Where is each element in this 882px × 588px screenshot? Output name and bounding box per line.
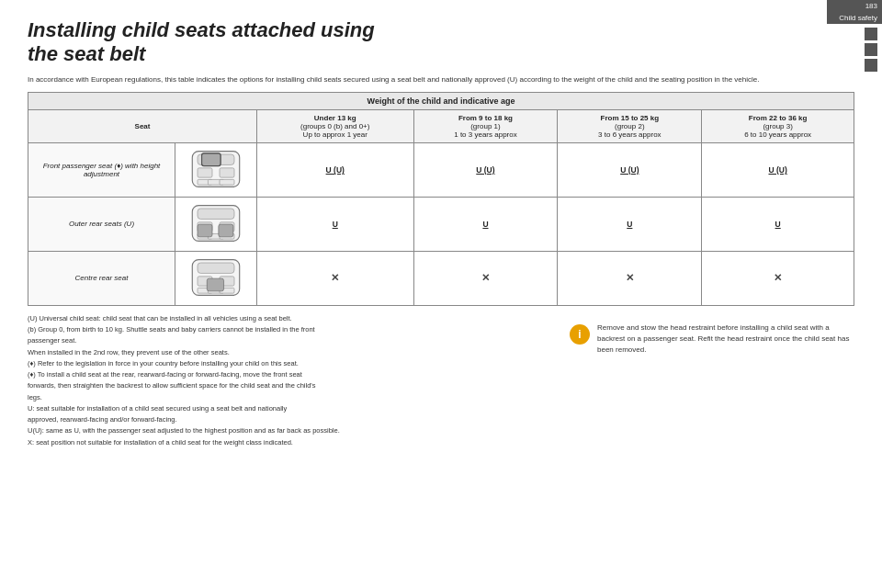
status-cell: U (U) [257, 142, 414, 197]
svg-rect-6 [220, 179, 234, 185]
child-seat-table: Weight of the child and indicative age S… [28, 92, 854, 306]
col3-header: From 15 to 25 kg (group 2) 3 to 6 years … [558, 109, 702, 142]
footnote-line: U: seat suitable for installation of a c… [28, 403, 524, 413]
status-cell: U [702, 197, 854, 251]
title-line1: Installing child seats attached using [28, 18, 375, 41]
page-container: Installing child seats attached using th… [0, 0, 882, 588]
footnote-line: approved, rearward-facing and/or forward… [28, 414, 524, 424]
footnote-line: (b) Group 0, from birth to 10 kg. Shuttl… [28, 324, 524, 334]
warning-box: i Remove and stow the head restraint bef… [565, 318, 854, 360]
footnote-line: legs. [28, 392, 524, 402]
status-cell: ✕ [702, 251, 854, 305]
col4-header: From 22 to 36 kg (group 3) 6 to 10 years… [702, 109, 854, 142]
status-cell: U (U) [702, 142, 854, 197]
svg-rect-25 [207, 278, 223, 291]
seat-name-cell: Centre rear seat [28, 251, 175, 305]
table-header-main: Weight of the child and indicative age [28, 92, 854, 109]
footnote-line: U(U): same as U, with the passenger seat… [28, 425, 524, 435]
seat-name-cell: Front passenger seat (♦) with height adj… [28, 142, 175, 197]
status-cell: U (U) [413, 142, 558, 197]
footnote-line: (U) Universal child seat: child seat tha… [28, 313, 524, 323]
status-cell: U [558, 197, 702, 251]
table-header-sub: Seat Under 13 kg (groups 0 (b) and 0+) U… [28, 109, 854, 142]
table-main-header: Weight of the child and indicative age [28, 92, 854, 109]
footnote-line: (♦) To install a child seat at the rear,… [28, 369, 524, 379]
footnotes: (U) Universal child seat: child seat tha… [28, 313, 524, 448]
svg-rect-19 [198, 263, 234, 273]
status-cell: U [257, 197, 414, 251]
table-row: Outer rear seats (U) UUUU [28, 197, 854, 251]
footnote-line: passenger seat. [28, 335, 524, 345]
footnote-line: forwards, then straighten the backrest t… [28, 380, 524, 390]
col1-header: Under 13 kg (groups 0 (b) and 0+) Up to … [257, 109, 414, 142]
footnote-line: When installed in the 2nd row, they prev… [28, 347, 524, 357]
svg-rect-3 [220, 168, 234, 177]
svg-rect-17 [219, 224, 233, 237]
status-cell: ✕ [413, 251, 558, 305]
status-cell: ✕ [558, 251, 702, 305]
col2-header: From 9 to 18 kg (group 1) 1 to 3 years a… [413, 109, 558, 142]
status-cell: U [413, 197, 558, 251]
footnote-line: X: seat position not suitable for instal… [28, 437, 524, 447]
seat-diagram-cell [175, 197, 257, 251]
title-line2: the seat belt [28, 42, 145, 65]
table-row: Front passenger seat (♦) with height adj… [28, 142, 854, 197]
warning-text: Remove and stow the head restraint befor… [597, 322, 850, 356]
svg-rect-16 [198, 224, 212, 237]
seat-diagram-cell [175, 142, 257, 197]
seat-diagram-cell [175, 251, 257, 305]
seat-name-cell: Outer rear seats (U) [28, 197, 175, 251]
warning-icon: i [570, 324, 590, 345]
table-row: Centre rear seat ✕✕✕✕ [28, 251, 854, 305]
svg-rect-7 [202, 153, 221, 166]
status-cell: U (U) [558, 142, 702, 197]
col-seat-header: Seat [28, 109, 257, 142]
page-title: Installing child seats attached using th… [28, 18, 671, 67]
table-body: Front passenger seat (♦) with height adj… [28, 142, 854, 305]
subtitle-text: In accordance with European regulations,… [28, 74, 808, 85]
svg-rect-2 [198, 168, 212, 177]
status-cell: ✕ [257, 251, 414, 305]
bottom-section: (U) Universal child seat: child seat tha… [28, 313, 854, 448]
footnote-line: (♦) Refer to the legislation in force in… [28, 358, 524, 368]
svg-rect-10 [198, 209, 234, 219]
